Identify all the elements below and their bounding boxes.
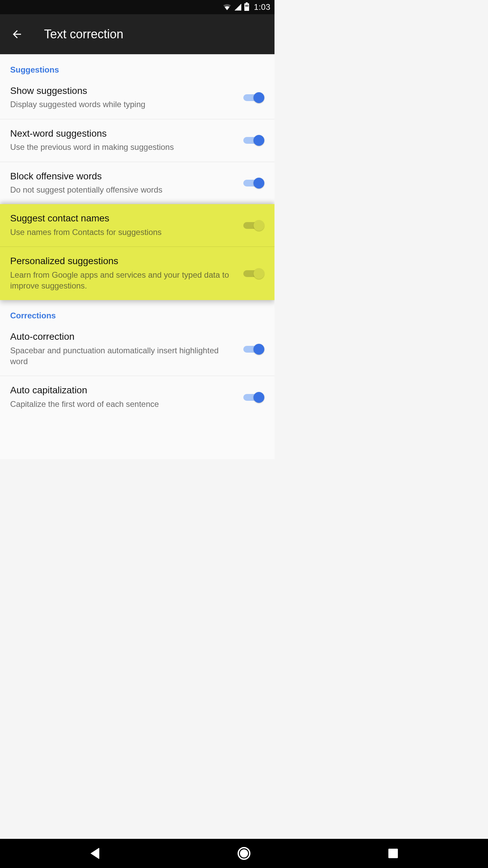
section-header-suggestions: Suggestions	[0, 54, 274, 77]
status-bar: 90 1:03	[0, 0, 274, 14]
toggle-next-word-suggestions[interactable]	[243, 135, 264, 145]
battery-icon: 90	[244, 3, 249, 11]
setting-title: Auto capitalization	[10, 384, 237, 396]
setting-subtitle: Do not suggest potentially offensive wor…	[10, 184, 237, 195]
arrow-back-icon	[11, 28, 23, 40]
setting-title: Show suggestions	[10, 85, 237, 97]
setting-title: Auto-correction	[10, 331, 237, 343]
setting-title: Block offensive words	[10, 170, 237, 182]
wifi-icon	[223, 3, 231, 11]
setting-title: Suggest contact names	[10, 212, 237, 224]
section-header-corrections: Corrections	[0, 300, 274, 322]
setting-subtitle: Display suggested words while typing	[10, 99, 237, 110]
setting-subtitle: Capitalize the first word of each senten…	[10, 399, 237, 410]
setting-show-suggestions[interactable]: Show suggestions Display suggested words…	[0, 77, 274, 119]
setting-block-offensive-words[interactable]: Block offensive words Do not suggest pot…	[0, 162, 274, 204]
toggle-personalized-suggestions[interactable]	[243, 268, 264, 278]
settings-list[interactable]: Suggestions Show suggestions Display sug…	[0, 54, 274, 459]
setting-title: Personalized suggestions	[10, 255, 237, 267]
toggle-suggest-contact-names[interactable]	[243, 220, 264, 230]
setting-subtitle: Use the previous word in making suggesti…	[10, 142, 237, 153]
setting-suggest-contact-names[interactable]: Suggest contact names Use names from Con…	[0, 204, 274, 247]
setting-auto-correction[interactable]: Auto-correction Spacebar and punctuation…	[0, 322, 274, 376]
status-clock: 1:03	[254, 2, 270, 12]
back-button[interactable]	[10, 27, 24, 41]
page-title: Text correction	[44, 27, 123, 41]
setting-subtitle: Use names from Contacts for suggestions	[10, 227, 237, 238]
app-bar: Text correction	[0, 14, 274, 54]
highlighted-settings: Suggest contact names Use names from Con…	[0, 204, 274, 300]
setting-title: Next-word suggestions	[10, 127, 237, 140]
cell-signal-icon	[234, 3, 242, 11]
toggle-show-suggestions[interactable]	[243, 92, 264, 102]
battery-percent: 90	[244, 4, 249, 7]
setting-auto-capitalization[interactable]: Auto capitalization Capitalize the first…	[0, 376, 274, 418]
setting-subtitle: Learn from Google apps and services and …	[10, 270, 237, 292]
toggle-block-offensive-words[interactable]	[243, 178, 264, 188]
setting-next-word-suggestions[interactable]: Next-word suggestions Use the previous w…	[0, 119, 274, 162]
toggle-auto-capitalization[interactable]	[243, 392, 264, 402]
setting-subtitle: Spacebar and punctuation automatically i…	[10, 345, 237, 367]
toggle-auto-correction[interactable]	[243, 344, 264, 354]
setting-personalized-suggestions[interactable]: Personalized suggestions Learn from Goog…	[0, 247, 274, 300]
